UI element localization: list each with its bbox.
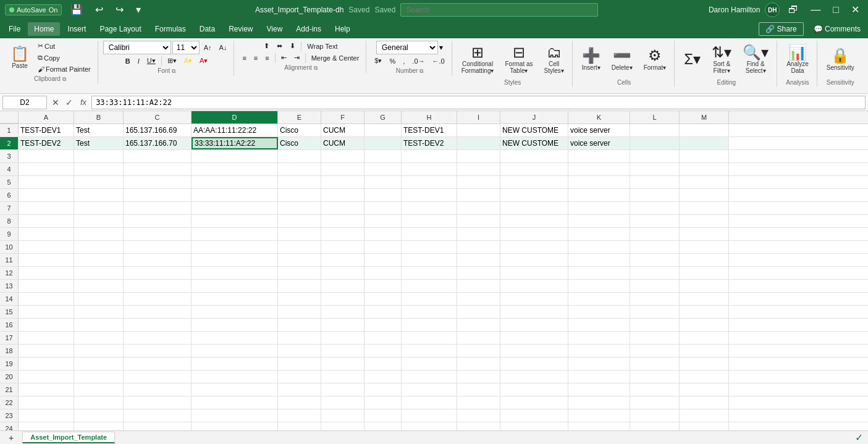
cell-k1[interactable]: voice server xyxy=(568,124,630,136)
cell-m5[interactable] xyxy=(680,176,729,188)
cell-k20[interactable] xyxy=(568,371,630,383)
cell-d24[interactable] xyxy=(192,422,278,430)
cell-g21[interactable] xyxy=(364,383,402,396)
cell-a3[interactable] xyxy=(19,150,74,162)
cell-f9[interactable] xyxy=(321,228,364,240)
cell-g20[interactable] xyxy=(364,371,402,383)
cell-m3[interactable] xyxy=(680,150,729,162)
cell-c4[interactable] xyxy=(124,163,192,175)
increase-font-button[interactable]: A↑ xyxy=(201,43,215,52)
cell-a24[interactable] xyxy=(19,422,74,430)
cell-j1[interactable]: NEW CUSTOME xyxy=(500,124,568,136)
row-num-21[interactable]: 21 xyxy=(0,383,19,396)
cell-d15[interactable] xyxy=(192,306,278,318)
cell-j18[interactable] xyxy=(500,345,568,357)
increase-decimal-button[interactable]: .0→ xyxy=(409,56,428,66)
percent-button[interactable]: % xyxy=(386,56,398,66)
cell-l23[interactable] xyxy=(630,409,680,422)
format-painter-button[interactable]: 🖌 Format Painter xyxy=(35,64,94,74)
cell-l19[interactable] xyxy=(630,358,680,370)
cell-k5[interactable] xyxy=(568,176,630,188)
font-name-selector[interactable]: Calibri xyxy=(103,41,171,54)
cell-c18[interactable] xyxy=(124,345,192,357)
cell-a15[interactable] xyxy=(19,306,74,318)
cell-c6[interactable] xyxy=(124,189,192,201)
cell-e11[interactable] xyxy=(278,254,321,266)
cell-i13[interactable] xyxy=(457,280,500,292)
save-button[interactable]: 💾 xyxy=(67,0,86,20)
cell-l9[interactable] xyxy=(630,228,680,240)
cell-a9[interactable] xyxy=(19,228,74,240)
cell-g19[interactable] xyxy=(364,358,402,370)
cell-c7[interactable] xyxy=(124,202,192,214)
cell-g12[interactable] xyxy=(364,267,402,279)
cell-b15[interactable] xyxy=(74,306,124,318)
menu-page-layout[interactable]: Page Layout xyxy=(93,22,147,36)
cell-h12[interactable] xyxy=(402,267,457,279)
cell-c23[interactable] xyxy=(124,409,192,422)
cell-k11[interactable] xyxy=(568,254,630,266)
cell-i12[interactable] xyxy=(457,267,500,279)
cell-b7[interactable] xyxy=(74,202,124,214)
cell-k4[interactable] xyxy=(568,163,630,175)
cell-d22[interactable] xyxy=(192,396,278,409)
cell-a4[interactable] xyxy=(19,163,74,175)
col-header-j[interactable]: J xyxy=(500,111,568,124)
cell-h14[interactable] xyxy=(402,293,457,305)
cell-j15[interactable] xyxy=(500,306,568,318)
decrease-font-button[interactable]: A↓ xyxy=(216,43,230,52)
cell-l6[interactable] xyxy=(630,189,680,201)
cell-f7[interactable] xyxy=(321,202,364,214)
col-header-e[interactable]: E xyxy=(278,111,321,124)
cell-i5[interactable] xyxy=(457,176,500,188)
cell-l21[interactable] xyxy=(630,383,680,396)
cell-j9[interactable] xyxy=(500,228,568,240)
cell-m16[interactable] xyxy=(680,319,729,331)
cell-d18[interactable] xyxy=(192,345,278,357)
cell-l4[interactable] xyxy=(630,163,680,175)
decrease-indent-button[interactable]: ⇤ xyxy=(278,52,290,63)
cell-m12[interactable] xyxy=(680,267,729,279)
cell-l7[interactable] xyxy=(630,202,680,214)
cell-f19[interactable] xyxy=(321,358,364,370)
cell-f23[interactable] xyxy=(321,409,364,422)
cell-j8[interactable] xyxy=(500,215,568,227)
cell-l14[interactable] xyxy=(630,293,680,305)
cell-l16[interactable] xyxy=(630,319,680,331)
cell-l17[interactable] xyxy=(630,332,680,344)
cell-k9[interactable] xyxy=(568,228,630,240)
cell-g2[interactable] xyxy=(364,137,402,149)
cell-j6[interactable] xyxy=(500,189,568,201)
cell-k8[interactable] xyxy=(568,215,630,227)
cell-m4[interactable] xyxy=(680,163,729,175)
cell-k21[interactable] xyxy=(568,383,630,396)
row-num-8[interactable]: 8 xyxy=(0,215,19,227)
cell-m22[interactable] xyxy=(680,396,729,409)
search-input[interactable] xyxy=(400,3,598,17)
cell-m21[interactable] xyxy=(680,383,729,396)
sort-filter-button[interactable]: ⇅▾ Sort &Filter▾ xyxy=(707,41,736,77)
cell-j7[interactable] xyxy=(500,202,568,214)
row-num-18[interactable]: 18 xyxy=(0,345,19,357)
customize-qat-button[interactable]: ▾ xyxy=(132,0,145,20)
cell-i2[interactable] xyxy=(457,137,500,149)
cell-d14[interactable] xyxy=(192,293,278,305)
cell-j5[interactable] xyxy=(500,176,568,188)
cell-j23[interactable] xyxy=(500,409,568,422)
cell-k18[interactable] xyxy=(568,345,630,357)
formula-input[interactable] xyxy=(91,96,866,109)
menu-home[interactable]: Home xyxy=(28,22,60,36)
bold-button[interactable]: B xyxy=(122,56,133,66)
cell-c13[interactable] xyxy=(124,280,192,292)
cell-k15[interactable] xyxy=(568,306,630,318)
cell-e24[interactable] xyxy=(278,422,321,430)
cell-m8[interactable] xyxy=(680,215,729,227)
cell-d23[interactable] xyxy=(192,409,278,422)
cell-i6[interactable] xyxy=(457,189,500,201)
cell-a20[interactable] xyxy=(19,371,74,383)
cell-g24[interactable] xyxy=(364,422,402,430)
cell-m9[interactable] xyxy=(680,228,729,240)
cell-b24[interactable] xyxy=(74,422,124,430)
cell-f21[interactable] xyxy=(321,383,364,396)
sheet-tab-active[interactable]: Asset_Import_Template xyxy=(22,432,115,443)
